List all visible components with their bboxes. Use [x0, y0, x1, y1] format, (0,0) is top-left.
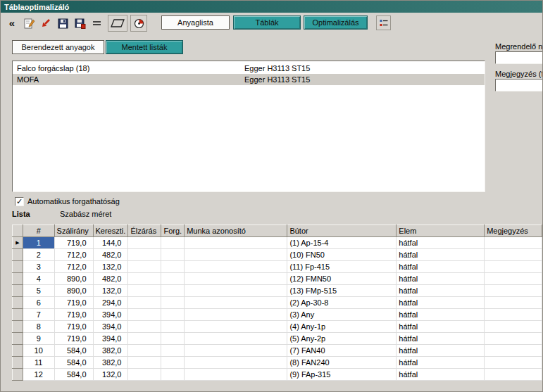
cell-element[interactable]: hátfal — [397, 237, 485, 249]
cell-cross-size[interactable]: 482,0 — [93, 273, 128, 285]
cell-row-selector[interactable] — [13, 309, 23, 321]
subtab-mentett-listak[interactable]: Mentett listák — [106, 40, 183, 54]
cell-grain-size[interactable]: 719,0 — [54, 297, 93, 309]
cell-edging[interactable] — [128, 249, 161, 261]
cell-cross-size[interactable]: 132,0 — [93, 285, 128, 297]
cell-edging[interactable] — [128, 357, 161, 369]
cell-rotation[interactable] — [161, 285, 185, 297]
cell-furniture[interactable]: (1) Ap-15-4 — [287, 237, 397, 249]
cell-element[interactable]: hátfal — [397, 285, 485, 297]
cell-element[interactable]: hátfal — [397, 345, 485, 357]
cell-row-selector[interactable] — [13, 321, 23, 333]
cell-cross-size[interactable]: 394,0 — [93, 333, 128, 345]
cell-grain-size[interactable]: 890,0 — [54, 273, 93, 285]
cell-rotation[interactable] — [161, 273, 185, 285]
cell-row-number[interactable]: 3 — [23, 261, 54, 273]
cell-job-id[interactable] — [185, 237, 287, 249]
cell-row-number[interactable]: 6 — [23, 297, 54, 309]
cell-cross-size[interactable]: 382,0 — [93, 357, 128, 369]
material-list-item[interactable]: MOFAEgger H3113 ST15 — [13, 74, 485, 85]
cell-row-selector[interactable] — [13, 273, 23, 285]
cell-grain-size[interactable]: 719,0 — [54, 309, 93, 321]
cell-note[interactable] — [485, 249, 542, 261]
table-row[interactable]: 12584,0132,0(9) FAp-315hátfal — [13, 369, 542, 381]
cell-edging[interactable] — [128, 261, 161, 273]
collapse-button[interactable]: « — [4, 15, 20, 32]
cell-row-selector[interactable] — [13, 285, 23, 297]
material-list-item[interactable]: Falco forgácslap (18)Egger H3113 ST15 — [13, 63, 485, 74]
cell-element[interactable]: hátfal — [397, 333, 485, 345]
tab-anyaglista[interactable]: Anyaglista — [161, 15, 230, 30]
cell-cross-size[interactable]: 394,0 — [93, 309, 128, 321]
cell-cross-size[interactable]: 294,0 — [93, 297, 128, 309]
cell-note[interactable] — [485, 297, 542, 309]
note-input[interactable] — [495, 79, 543, 91]
cell-note[interactable] — [485, 285, 542, 297]
cell-edging[interactable] — [128, 309, 161, 321]
cell-job-id[interactable] — [185, 369, 287, 381]
cell-furniture[interactable]: (8) FAN240 — [287, 357, 397, 369]
saw-blade-button[interactable] — [130, 15, 147, 32]
table-row[interactable]: 3712,0132,0(11) Fp-415hátfal — [13, 261, 542, 273]
tab-tablak[interactable]: Táblák — [233, 15, 301, 30]
cell-row-selector[interactable] — [13, 333, 23, 345]
cell-note[interactable] — [485, 357, 542, 369]
cell-element[interactable]: hátfal — [397, 249, 485, 261]
cell-row-selector[interactable]: ▶ — [13, 237, 23, 249]
cell-element[interactable]: hátfal — [397, 369, 485, 381]
cell-rotation[interactable] — [161, 333, 185, 345]
header-furniture[interactable]: Bútor — [287, 225, 397, 237]
cell-element[interactable]: hátfal — [397, 297, 485, 309]
cell-row-selector[interactable] — [13, 249, 23, 261]
cell-note[interactable] — [485, 333, 542, 345]
cell-rotation[interactable] — [161, 249, 185, 261]
table-row[interactable]: 2712,0482,0(10) FN50hátfal — [13, 249, 542, 261]
cell-row-number[interactable]: 5 — [23, 285, 54, 297]
cell-row-number[interactable]: 11 — [23, 357, 54, 369]
cell-cross-size[interactable]: 482,0 — [93, 249, 128, 261]
import-button[interactable] — [37, 15, 54, 32]
edit-list-button[interactable] — [20, 15, 37, 32]
cell-furniture[interactable]: (12) FMN50 — [287, 273, 397, 285]
cell-element[interactable]: hátfal — [397, 273, 485, 285]
cell-row-number[interactable]: 12 — [23, 369, 54, 381]
cell-grain-size[interactable]: 584,0 — [54, 357, 93, 369]
cell-job-id[interactable] — [185, 261, 287, 273]
material-list[interactable]: Falco forgácslap (18)Egger H3113 ST15MOF… — [12, 61, 485, 192]
header-rotation[interactable]: Forg. — [161, 225, 185, 237]
header-grain[interactable]: Szálirány — [54, 225, 93, 237]
save-list-button[interactable] — [71, 15, 88, 32]
cell-rotation[interactable] — [161, 309, 185, 321]
cell-grain-size[interactable]: 712,0 — [54, 249, 93, 261]
cell-edging[interactable] — [128, 297, 161, 309]
cell-job-id[interactable] — [185, 309, 287, 321]
header-num[interactable]: # — [23, 225, 54, 237]
cell-grain-size[interactable]: 890,0 — [54, 285, 93, 297]
cell-grain-size[interactable]: 719,0 — [54, 333, 93, 345]
cell-note[interactable] — [485, 321, 542, 333]
table-row[interactable]: ▶1719,0144,0(1) Ap-15-4hátfal — [13, 237, 542, 249]
cell-job-id[interactable] — [185, 321, 287, 333]
cell-furniture[interactable]: (4) Any-1p — [287, 321, 397, 333]
auto-rotation-checkbox[interactable]: ✓ — [15, 197, 24, 206]
cell-job-id[interactable] — [185, 273, 287, 285]
properties-button[interactable] — [376, 15, 391, 30]
cell-edging[interactable] — [128, 273, 161, 285]
cell-rotation[interactable] — [161, 321, 185, 333]
table-row[interactable]: 4890,0482,0(12) FMN50hátfal — [13, 273, 542, 285]
table-row[interactable]: 11584,0382,0(8) FAN240hátfal — [13, 357, 542, 369]
cell-row-selector[interactable] — [13, 297, 23, 309]
cell-job-id[interactable] — [185, 285, 287, 297]
cell-furniture[interactable]: (3) Any — [287, 309, 397, 321]
cell-row-selector[interactable] — [13, 345, 23, 357]
header-element[interactable]: Elem — [397, 225, 485, 237]
table-row[interactable]: 5890,0132,0(13) FMp-515hátfal — [13, 285, 542, 297]
table-row[interactable]: 7719,0394,0(3) Anyhátfal — [13, 309, 542, 321]
header-edging[interactable]: Élzárás — [128, 225, 161, 237]
cell-note[interactable] — [485, 273, 542, 285]
cell-rotation[interactable] — [161, 369, 185, 381]
cell-rotation[interactable] — [161, 357, 185, 369]
table-row[interactable]: 10584,0382,0(7) FAN40hátfal — [13, 345, 542, 357]
cell-rotation[interactable] — [161, 345, 185, 357]
table-row[interactable]: 9719,0394,0(5) Any-2phátfal — [13, 333, 542, 345]
